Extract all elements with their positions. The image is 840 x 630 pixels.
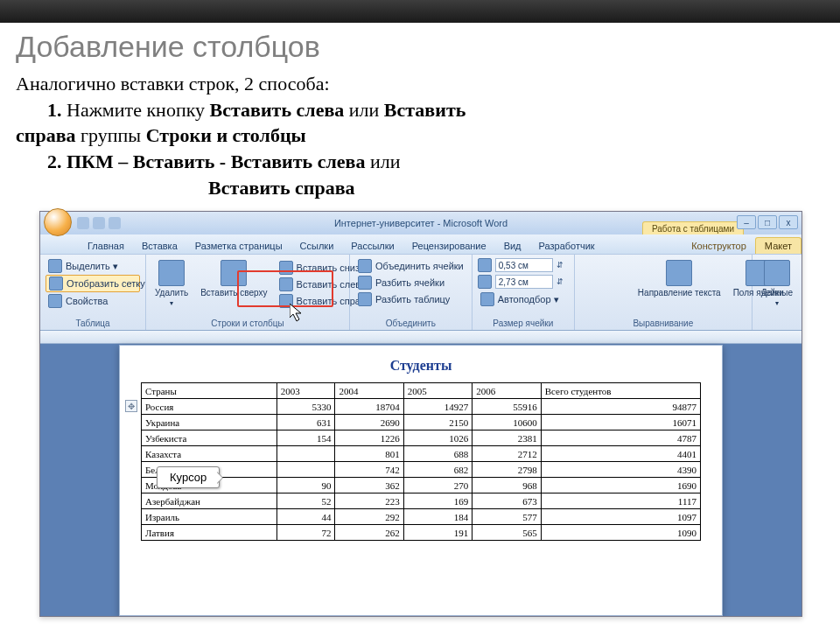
group-cell-size: 0,53 см⇵ 2,73 см⇵ Автоподбор ▾ Размер яч…	[472, 255, 575, 330]
data-icon	[764, 260, 790, 286]
min-icon[interactable]: –	[737, 215, 756, 229]
height-icon	[478, 258, 492, 272]
window-controls[interactable]: –□x	[737, 215, 798, 229]
align-grid[interactable]	[580, 258, 629, 302]
table-header: Страны2003200420052006Всего студентов	[142, 383, 701, 399]
row-height[interactable]: 0,53 см⇵	[478, 258, 569, 272]
split-table-icon	[358, 292, 372, 306]
contextual-tab-group: Работа с таблицами	[642, 212, 744, 234]
tab-design[interactable]: Конструктор	[682, 238, 755, 254]
tab-home[interactable]: Главная	[79, 238, 133, 254]
tab-layout[interactable]: Макет	[755, 237, 802, 254]
screenshot: Интернет-университет - Microsoft Word Ра…	[39, 211, 801, 617]
titlebar: Интернет-университет - Microsoft Word Ра…	[40, 212, 802, 234]
group-label-cellsize: Размер ячейки	[478, 317, 569, 328]
cursor-tooltip: Курсор	[157, 466, 220, 488]
tab-mailings[interactable]: Рассылки	[342, 238, 402, 254]
btn-text-direction[interactable]: Направление текста	[634, 258, 724, 299]
num-1: 1.	[47, 99, 62, 121]
quick-access-toolbar[interactable]	[77, 217, 121, 229]
t5a: Вставить справа	[208, 177, 355, 199]
t3b: группы	[80, 124, 141, 146]
page[interactable]: Студенты Страны2003200420052006Всего сту…	[119, 345, 723, 616]
direction-icon	[666, 260, 692, 286]
slide: Добавление столбцов Аналогично вставки с…	[0, 0, 840, 630]
t2a: Нажмите кнопку	[66, 99, 205, 121]
table-row[interactable]: Узбекиста1541226102623814787	[142, 430, 701, 446]
t2b: Вставить слева	[210, 99, 345, 121]
tab-references[interactable]: Ссылки	[291, 238, 343, 254]
table-row[interactable]: Россия533018704149275591694877	[142, 399, 701, 415]
btn-insert-above[interactable]: Вставить сверху	[197, 258, 270, 299]
btn-show-grid[interactable]: Отобразить сетку	[46, 275, 140, 292]
autofit-icon	[480, 292, 494, 306]
tab-review[interactable]: Рецензирование	[403, 238, 495, 254]
group-merge: Объединить ячейки Разбить ячейки Разбить…	[350, 255, 472, 330]
ruler[interactable]	[40, 331, 802, 344]
max-icon[interactable]: □	[758, 215, 777, 229]
btn-merge-cells[interactable]: Объединить ячейки	[355, 258, 466, 274]
slide-title: Добавление столбцов	[0, 23, 840, 66]
students-table[interactable]: Страны2003200420052006Всего студентовРос…	[141, 382, 701, 541]
table-row[interactable]: Украина631269021501060016071	[142, 415, 701, 430]
btn-autofit[interactable]: Автоподбор ▾	[478, 291, 569, 307]
group-table: Выделить ▾ Отобразить сетку Свойства Таб…	[40, 255, 146, 330]
document-title: Студенты	[141, 358, 701, 374]
table-row[interactable]: Казахста80168827124401	[142, 446, 701, 462]
ribbon: Выделить ▾ Отобразить сетку Свойства Таб…	[40, 254, 802, 331]
office-button[interactable]	[44, 208, 72, 236]
group-label-rowscols: Строки и столбцы	[151, 317, 344, 328]
select-icon	[48, 259, 62, 273]
t4b: или	[370, 150, 401, 172]
merge-icon	[358, 259, 372, 273]
tab-insert[interactable]: Вставка	[133, 238, 186, 254]
group-label-align: Выравнивание	[580, 317, 746, 328]
text-line1: Аналогично вставки строк, 2 способа:	[16, 73, 330, 94]
group-rows-cols: Удалить▾ Вставить сверху Вставить снизу …	[146, 255, 350, 330]
btn-split-cells[interactable]: Разбить ячейки	[355, 275, 466, 290]
grid-icon	[49, 276, 63, 290]
num-2: 2.	[47, 150, 62, 172]
word-window: Интернет-университет - Microsoft Word Ра…	[39, 211, 802, 617]
insert-below-icon	[279, 261, 293, 275]
t3a: справа	[16, 124, 76, 146]
props-icon	[48, 294, 62, 308]
close-icon[interactable]: x	[779, 215, 798, 229]
insert-above-icon	[220, 260, 247, 286]
btn-delete[interactable]: Удалить▾	[151, 258, 192, 309]
t4a: ПКМ – Вставить - Вставить слева	[66, 150, 365, 172]
width-icon	[478, 275, 492, 289]
col-width[interactable]: 2,73 см⇵	[478, 275, 569, 289]
slide-body: Аналогично вставки строк, 2 способа: 1. …	[0, 66, 840, 204]
btn-select[interactable]: Выделить ▾	[46, 258, 140, 274]
insert-right-icon	[279, 294, 293, 308]
tab-pagelayout[interactable]: Разметка страницы	[186, 238, 291, 254]
tab-view[interactable]: Вид	[495, 238, 530, 254]
t3c: Строки и столбцы	[146, 124, 306, 146]
split-cells-icon	[358, 276, 372, 290]
ctx-label: Работа с таблицами	[642, 221, 744, 234]
document-area[interactable]: Студенты Страны2003200420052006Всего сту…	[40, 331, 802, 616]
ribbon-tabs: Главная Вставка Разметка страницы Ссылки…	[40, 234, 802, 254]
tab-developer[interactable]: Разработчик	[530, 238, 604, 254]
group-label-merge: Объединить	[355, 317, 466, 328]
group-alignment: Направление текста Поля ячейки Выравнива…	[575, 255, 752, 330]
group-data: Данные▾	[752, 255, 802, 330]
table-row[interactable]: Азербайджан522231696731117	[142, 494, 701, 509]
table-row[interactable]: Израиль442921845771097	[142, 509, 701, 525]
table-row[interactable]: Латвия722621915651090	[142, 525, 701, 541]
insert-left-icon	[279, 277, 293, 291]
btn-properties[interactable]: Свойства	[46, 293, 140, 309]
group-label-table: Таблица	[46, 317, 140, 328]
group-label-data	[758, 326, 796, 328]
table-move-handle[interactable]	[125, 400, 137, 412]
t2d: Вставить	[384, 99, 466, 121]
btn-split-table[interactable]: Разбить таблицу	[355, 291, 466, 307]
delete-icon	[158, 260, 185, 286]
t2c: или	[349, 99, 380, 121]
title-bar	[0, 0, 840, 23]
btn-data[interactable]: Данные▾	[758, 258, 796, 309]
